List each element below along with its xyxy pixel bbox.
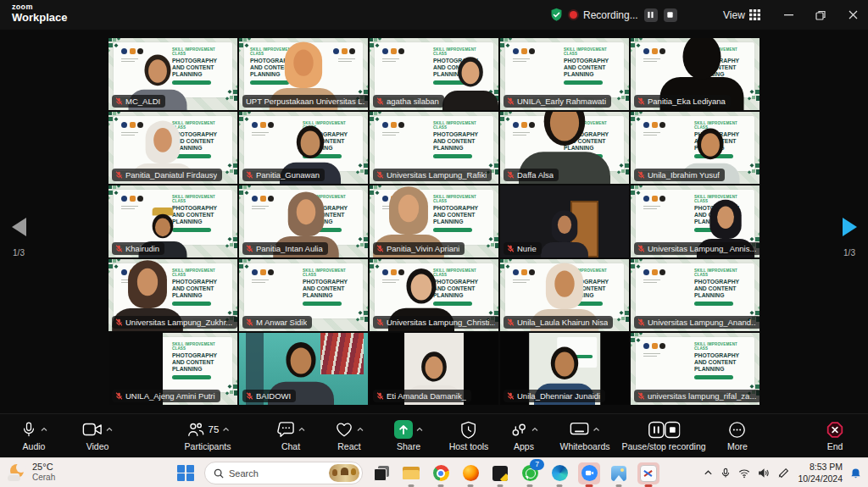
participant-tile[interactable]: SKILL IMPROVEMENT CLASSPHOTOGRAPHYAND CO… — [500, 38, 629, 110]
weather-widget[interactable]: 25°C Cerah — [7, 462, 55, 483]
participant-tile[interactable]: SKILL IMPROVEMENT CLASSPHOTOGRAPHYAND CO… — [108, 112, 237, 184]
minimize-button[interactable] — [774, 0, 803, 30]
participant-tile[interactable]: SKILL IMPROVEMENT CLASSPHOTOGRAPHYAND CO… — [370, 185, 498, 257]
notification-bell-icon[interactable] — [850, 468, 861, 479]
participant-name-label: BAIDOWI — [242, 390, 296, 402]
zoom-app-button[interactable] — [578, 462, 600, 484]
restore-button[interactable] — [806, 0, 835, 30]
toolbar-video-button[interactable]: Video — [82, 419, 113, 451]
firefox-button[interactable] — [459, 462, 481, 484]
participant-tile[interactable]: BAIDOWI — [239, 333, 368, 405]
close-button[interactable] — [838, 0, 867, 30]
participant-tile[interactable]: SKILL IMPROVEMENT CLASSPHOTOGRAPHYAND CO… — [239, 112, 368, 184]
participant-tile[interactable]: SKILL IMPROVEMENT CLASSPHOTOGRAPHYAND CO… — [631, 185, 760, 257]
logo-icon — [382, 122, 388, 128]
toolbar-react-button[interactable]: React — [335, 419, 364, 451]
file-explorer-button[interactable] — [400, 462, 422, 484]
participant-tile[interactable]: SKILL IMPROVEMENT CLASSPHOTOGRAPHYAND CO… — [631, 333, 760, 405]
toolbar-share-button[interactable]: Share — [394, 419, 423, 451]
caption-line — [643, 132, 660, 134]
event-logos — [382, 48, 404, 54]
taskbar-clock[interactable]: 8:53 PM 10/24/2024 — [798, 462, 843, 484]
toolbar-host-tools-button[interactable]: Host tools — [449, 419, 489, 451]
participant-tile[interactable]: SKILL IMPROVEMENT CLASSPHOTOGRAPHYAND CO… — [370, 112, 498, 184]
tray-wifi-icon[interactable] — [738, 468, 750, 479]
snipping-tool-button[interactable] — [637, 462, 659, 484]
participant-tile[interactable]: SKILL IMPROVEMENT CLASSPHOTOGRAPHYAND CO… — [500, 259, 629, 331]
figure-face — [426, 357, 443, 379]
stop-recording-button[interactable] — [664, 8, 677, 22]
participant-tile[interactable]: Eti Amanda Damanik_ — [370, 333, 498, 405]
chevron-up-icon[interactable] — [357, 427, 364, 432]
participant-tile[interactable]: SKILL IMPROVEMENT CLASSPHOTOGRAPHYAND CO… — [239, 185, 368, 257]
mic-muted-icon — [376, 318, 384, 326]
participant-tile[interactable]: Nurie — [500, 185, 629, 257]
participant-tile[interactable]: SKILL IMPROVEMENT CLASSPHOTOGRAPHYAND CO… — [631, 38, 760, 110]
tray-chevron-up-icon[interactable] — [704, 468, 713, 478]
tray-pen-battery-icon[interactable] — [777, 468, 790, 479]
mic-muted-icon — [115, 318, 123, 326]
chevron-up-icon[interactable] — [593, 427, 600, 432]
participant-tile[interactable]: Unila_Dhenniar Junaidi — [500, 333, 629, 405]
taskbar-search[interactable]: Search — [204, 462, 363, 484]
chrome-button[interactable] — [430, 462, 452, 484]
participant-tile[interactable]: SKILL IMPROVEMENT CLASSPHOTOGRAPHYAND CO… — [370, 259, 498, 331]
toolbar-pause-stop-recording-button[interactable]: Pause/stop recording — [621, 419, 705, 451]
participant-name: Panitia_Gunawan — [256, 170, 320, 180]
previous-page-button[interactable]: 1/3 — [2, 218, 36, 257]
toolbar-chat-button[interactable]: Chat — [276, 419, 305, 451]
card-title: PHOTOGRAPHYAND CONTENTPLANNING — [303, 279, 357, 298]
edge-button[interactable] — [548, 462, 570, 484]
participant-tile[interactable]: SKILL IMPROVEMENT CLASSPHOTOGRAPHYAND CO… — [239, 259, 368, 331]
photos-button[interactable] — [608, 462, 630, 484]
view-button[interactable]: View — [723, 0, 760, 30]
toolbar-end-button[interactable]: End — [826, 419, 844, 451]
toolbar-audio-button[interactable]: Audio — [20, 419, 47, 451]
participant-tile[interactable]: SKILL IMPROVEMENT CLASSPHOTOGRAPHYAND CO… — [108, 333, 237, 405]
security-shield-icon[interactable] — [549, 8, 564, 22]
next-page-button[interactable]: 1/3 — [832, 218, 866, 257]
dark-app-button[interactable] — [489, 462, 511, 484]
mic-muted-icon — [637, 318, 645, 326]
zoom-workplace-logo: zoom Workplace — [12, 3, 68, 23]
participant-tile[interactable]: SKILL IMPROVEMENT CLASSPHOTOGRAPHYAND CO… — [370, 38, 498, 110]
participant-tile[interactable]: SKILL IMPROVEMENT CLASSPHOTOGRAPHYAND CO… — [108, 185, 237, 257]
toolbar-apps-button[interactable]: Apps — [509, 419, 538, 451]
participant-tile[interactable]: SKILL IMPROVEMENT CLASSPHOTOGRAPHYAND CO… — [108, 38, 237, 110]
toolbar-whiteboards-button[interactable]: Whiteboards — [560, 419, 610, 451]
participant-tile[interactable]: SKILL IMPROVEMENT CLASSPHOTOGRAPHYAND CO… — [631, 112, 760, 184]
chevron-up-icon[interactable] — [41, 427, 47, 432]
logo-icon — [643, 343, 649, 349]
caption-line — [643, 61, 657, 63]
logo-icon — [260, 269, 266, 275]
start-button[interactable] — [175, 462, 197, 484]
logo-icon — [268, 269, 274, 275]
toolbar-more-button[interactable]: More — [727, 419, 748, 451]
logo-icon — [659, 343, 665, 349]
chevron-up-icon[interactable] — [416, 427, 423, 432]
task-view-button[interactable] — [370, 462, 392, 484]
windows-logo-icon — [177, 465, 194, 482]
chevron-up-icon[interactable] — [531, 427, 538, 432]
tray-speaker-icon[interactable] — [758, 468, 770, 479]
tray-microphone-icon[interactable] — [721, 468, 731, 479]
figure-face — [291, 347, 312, 374]
participant-name-label: Daffa Alsa — [504, 169, 559, 181]
video-gallery: SKILL IMPROVEMENT CLASSPHOTOGRAPHYAND CO… — [0, 30, 868, 413]
mic-muted-icon — [376, 97, 384, 105]
apps-icon — [509, 419, 538, 440]
whatsapp-button[interactable]: 7 — [519, 462, 541, 484]
logo-icon — [659, 122, 665, 128]
chevron-up-icon[interactable] — [106, 427, 113, 432]
chevron-up-icon[interactable] — [298, 427, 305, 432]
pause-recording-button[interactable] — [644, 8, 658, 22]
chevron-up-icon[interactable] — [222, 427, 229, 432]
participant-tile[interactable]: SKILL IMPROVEMENT CLASSPHOTOGRAPHYAND CO… — [239, 38, 368, 110]
participant-name-label: M Anwar Sidik — [242, 316, 312, 329]
caption-line — [513, 58, 530, 60]
participant-tile[interactable]: SKILL IMPROVEMENT CLASSPHOTOGRAPHYAND CO… — [631, 259, 760, 331]
participant-tile[interactable]: SKILL IMPROVEMENT CLASSPHOTOGRAPHYAND CO… — [108, 259, 237, 331]
toolbar-participants-button[interactable]: 75Participants — [185, 419, 231, 451]
figure-face — [554, 271, 574, 297]
participant-tile[interactable]: SKILL IMPROVEMENT CLASSPHOTOGRAPHYAND CO… — [500, 112, 629, 184]
